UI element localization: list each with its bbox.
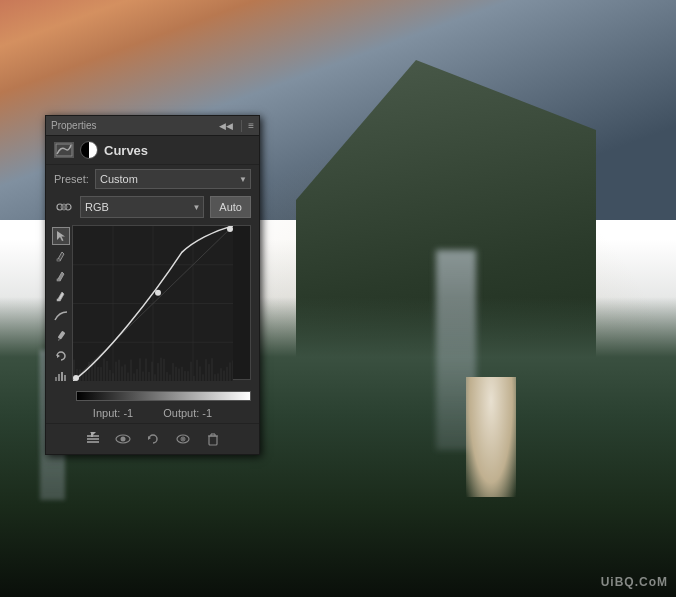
channel-dropdown-wrapper: RGB Red Green Blue ▼ <box>80 196 204 218</box>
smooth-curve-tool[interactable] <box>52 307 70 325</box>
io-row: Input: -1 Output: -1 <box>46 403 259 423</box>
channel-adjust-icon <box>54 198 74 216</box>
figure-silhouette <box>466 377 516 497</box>
add-layer-button[interactable] <box>83 429 103 449</box>
svg-marker-18 <box>90 432 96 435</box>
svg-rect-12 <box>61 372 63 381</box>
curves-graph[interactable] <box>72 225 251 380</box>
svg-rect-11 <box>58 374 60 381</box>
reset-curve-tool[interactable] <box>52 347 70 365</box>
layer-type-icon <box>54 142 74 158</box>
svg-rect-25 <box>209 436 217 445</box>
svg-rect-16 <box>87 441 99 443</box>
watermark: UiBQ.CoM <box>601 575 668 589</box>
panel-layer-title: Curves <box>104 143 148 158</box>
eyedropper-white-tool[interactable] <box>52 287 70 305</box>
input-label: Input: -1 <box>93 407 133 419</box>
preset-dropdown[interactable]: Custom Default Strong Contrast Linear Co… <box>95 169 251 189</box>
x-axis-gradient <box>76 391 251 401</box>
svg-rect-7 <box>58 331 66 340</box>
preset-row: Preset: Custom Default Strong Contrast L… <box>46 165 259 193</box>
visibility-button[interactable] <box>113 429 133 449</box>
pointer-tool[interactable] <box>52 227 70 245</box>
gradient-bars <box>46 389 259 403</box>
svg-point-3 <box>61 204 67 210</box>
preset-dropdown-wrapper: Custom Default Strong Contrast Linear Co… <box>95 169 251 189</box>
svg-rect-4 <box>57 259 60 261</box>
preset-label: Preset: <box>54 173 89 185</box>
svg-rect-15 <box>87 438 99 440</box>
pencil-tool[interactable] <box>52 327 70 345</box>
delete-button[interactable] <box>203 429 223 449</box>
panel-footer <box>46 423 259 454</box>
panel-controls: ◀◀ ≡ <box>217 120 254 132</box>
svg-marker-9 <box>57 354 60 358</box>
channel-dropdown[interactable]: RGB Red Green Blue <box>80 196 204 218</box>
auto-button[interactable]: Auto <box>210 196 251 218</box>
svg-point-24 <box>182 438 184 440</box>
svg-rect-0 <box>56 144 72 156</box>
output-label: Output: -1 <box>163 407 212 419</box>
panel-title: Properties <box>51 120 97 131</box>
eye-button[interactable] <box>173 429 193 449</box>
collapse-button[interactable]: ◀◀ <box>217 121 235 131</box>
curves-tools <box>50 225 72 385</box>
svg-rect-6 <box>57 299 60 301</box>
svg-rect-13 <box>64 375 66 381</box>
adjustment-circle-icon <box>80 141 98 159</box>
separator <box>241 120 242 132</box>
svg-rect-5 <box>57 279 60 281</box>
eyedropper-gray-tool[interactable] <box>52 267 70 285</box>
svg-marker-8 <box>58 338 60 341</box>
panel-header: Curves <box>46 136 259 165</box>
reset-button[interactable] <box>143 429 163 449</box>
svg-rect-10 <box>55 377 57 381</box>
properties-panel: Properties ◀◀ ≡ Curves Preset: Custom De… <box>45 115 260 455</box>
channel-row: RGB Red Green Blue ▼ Auto <box>46 193 259 221</box>
svg-point-20 <box>120 437 125 442</box>
histogram-tool[interactable] <box>52 367 70 385</box>
curves-graph-container <box>46 221 259 389</box>
panel-titlebar: Properties ◀◀ ≡ <box>46 116 259 136</box>
panel-menu-button[interactable]: ≡ <box>248 120 254 131</box>
eyedropper-black-tool[interactable] <box>52 247 70 265</box>
